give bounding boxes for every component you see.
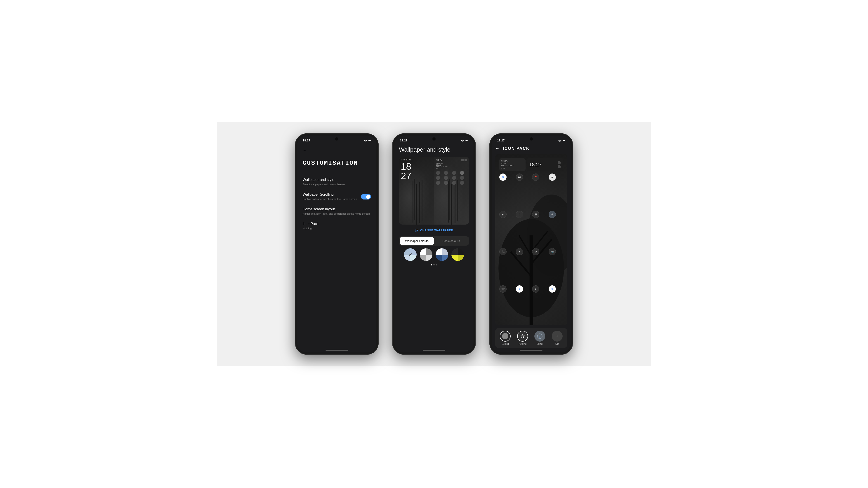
phone-2-content: Wallpaper and style Mon, 10 Jul 1827: [395, 144, 473, 348]
phone-3-screen: 18:27 ← ICON PACK: [492, 135, 571, 352]
preview-left: Mon, 10 Jul 1827: [399, 157, 434, 225]
icon-grid2: ⊞: [532, 211, 539, 218]
wifi-icon-3: [558, 139, 561, 142]
menu-item-wallpaper-style-subtitle: Select wallpapers and colour themes: [303, 183, 371, 186]
icon-nothing-circle: [517, 331, 528, 341]
scene: 18:27 ← CUSTOMISATION Wallpaper and styl…: [217, 122, 651, 366]
menu-item-wallpaper-style[interactable]: Wallpaper and style Select wallpapers an…: [303, 175, 371, 189]
change-wallpaper-button[interactable]: CHANGE WALLPAPER: [399, 226, 469, 234]
phone-1: 18:27 ← CUSTOMISATION Wallpaper and styl…: [295, 133, 379, 355]
icon-option-add[interactable]: + Add: [550, 331, 565, 345]
battery-icon-3: [563, 139, 565, 142]
back-button-1[interactable]: ←: [303, 149, 371, 153]
wallpaper-style-title: Wallpaper and style: [399, 146, 469, 153]
menu-item-home-layout[interactable]: Home screen layout Adjust grid, icon lab…: [303, 204, 371, 219]
icon-phone: 📞: [499, 248, 506, 255]
menu-item-scrolling-subtitle: Enable wallpaper scrolling on the Home s…: [303, 197, 357, 201]
basic-colours-tab[interactable]: Basic colours: [434, 237, 468, 245]
wifi-icon-1: [364, 139, 367, 142]
menu-item-home-layout-title: Home screen layout: [303, 207, 371, 211]
icon-nothing-label: Nothing: [519, 343, 526, 345]
icon-g3: G: [549, 285, 556, 293]
icon-mic: 🎙: [532, 285, 539, 293]
icon-pack-title: ICON PACK: [503, 146, 530, 151]
status-icons-2: [461, 139, 468, 142]
icon-colour-label: Colour: [537, 343, 543, 345]
icon-music: ♫: [516, 211, 523, 218]
menu-item-icon-pack[interactable]: Icon Pack Nothing: [303, 219, 371, 233]
svg-rect-9: [565, 140, 565, 141]
home-indicator-3: [520, 350, 542, 351]
svg-rect-4: [468, 140, 468, 141]
icon-pack-preview-area: MONDAY10 JULMOSTLY SUNNY☀ 26° 18:27: [495, 154, 567, 325]
status-time-2: 18:27: [400, 139, 407, 142]
icon-grid-preview: G ⏭ 📍 ⠿ ▶ ♫ ⊞ ❄ 📞 ♥ ⚙ 📷 ☏: [499, 173, 563, 321]
icon-default-circle: [500, 331, 510, 341]
icon-g2: G: [516, 285, 523, 293]
swatch-3[interactable]: [436, 248, 448, 261]
phone-2: 18:27 Wallpaper and style Mon, 10 Jul 18…: [392, 133, 476, 355]
phone-1-content: ← CUSTOMISATION Wallpaper and style Sele…: [297, 144, 376, 348]
page-dot-2: [433, 264, 435, 265]
svg-rect-5: [466, 140, 468, 141]
svg-point-7: [416, 230, 416, 230]
weather-widget-preview: MONDAY10 JULMOSTLY SUNNY☀ 26°: [499, 158, 526, 171]
icon-heart: ♥: [516, 248, 523, 255]
home-indicator-2: [423, 350, 445, 351]
menu-item-wallpaper-style-title: Wallpaper and style: [303, 178, 371, 182]
status-bar-3: 18:27: [492, 135, 571, 144]
clock-time-preview: 18:27: [529, 162, 541, 168]
phone-1-screen: 18:27 ← CUSTOMISATION Wallpaper and styl…: [297, 135, 376, 352]
icon-pin: 📍: [532, 173, 539, 181]
icon-snowflake: ❄: [549, 211, 556, 218]
customisation-title: CUSTOMISATION: [303, 160, 371, 166]
page-dots: [399, 263, 469, 267]
menu-item-icon-pack-title: Icon Pack: [303, 222, 371, 226]
menu-item-icon-pack-subtitle: Nothing: [303, 227, 371, 230]
svg-rect-1: [370, 140, 371, 141]
status-bar-1: 18:27: [297, 135, 376, 144]
preview-date-left: Mon, 10 Jul: [401, 159, 432, 161]
battery-icon-2: [465, 139, 468, 142]
icon-phone2: ☏: [499, 285, 506, 293]
status-icons-1: [364, 139, 371, 142]
status-icons-3: [558, 139, 565, 142]
wifi-icon-2: [461, 139, 464, 142]
svg-rect-2: [369, 140, 370, 141]
colour-swatches: ✓: [399, 248, 469, 263]
swatch-4[interactable]: [452, 248, 464, 261]
menu-item-wallpaper-scrolling[interactable]: Wallpaper Scrolling Enable wallpaper scr…: [303, 189, 371, 204]
change-wallpaper-label: CHANGE WALLPAPER: [420, 229, 453, 232]
wallpaper-preview: Mon, 10 Jul 1827 18:27: [399, 157, 469, 225]
clock-icons-preview: [558, 161, 561, 168]
change-wallpaper-icon: [415, 229, 418, 232]
menu-item-scrolling-title: Wallpaper Scrolling: [303, 193, 357, 197]
wallpaper-scrolling-toggle[interactable]: [361, 194, 371, 199]
back-button-3[interactable]: ←: [495, 146, 499, 151]
icon-options-bar: Default Nothing: [495, 328, 567, 348]
icon-colour-circle: [534, 331, 545, 341]
icon-option-default[interactable]: Default: [498, 331, 513, 345]
icon-yt: ▶: [499, 211, 506, 218]
nothing-icon: [521, 334, 525, 338]
icon-dots: ⠿: [549, 173, 556, 181]
icon-camera: 📷: [549, 248, 556, 255]
preview-top-row: MONDAY10 JULMOSTLY SUNNY☀ 26° 18:27: [499, 158, 563, 171]
icon-option-colour[interactable]: Colour: [532, 331, 548, 345]
icon-option-nothing[interactable]: Nothing: [515, 331, 530, 345]
colour-icon: [537, 333, 543, 339]
preview-time-left: 1827: [401, 162, 432, 181]
status-bar-2: 18:27: [395, 135, 473, 144]
swatch-1[interactable]: ✓: [404, 248, 416, 261]
page-dot-3: [436, 264, 437, 265]
wallpaper-colours-tab[interactable]: Wallpaper colours: [400, 237, 434, 245]
swatch-2[interactable]: [420, 248, 432, 261]
icon-add-circle: +: [552, 331, 563, 341]
phone-2-screen: 18:27 Wallpaper and style Mon, 10 Jul 18…: [395, 135, 473, 352]
menu-item-home-layout-subtitle: Adjust grid, icon label, and search bar …: [303, 212, 371, 216]
svg-rect-10: [563, 140, 565, 141]
icon-g: G: [499, 173, 506, 181]
phone-3-content: ← ICON PACK: [492, 144, 571, 348]
icon-settings-ring: ⚙: [532, 248, 539, 255]
phone-3: 18:27 ← ICON PACK: [489, 133, 573, 355]
